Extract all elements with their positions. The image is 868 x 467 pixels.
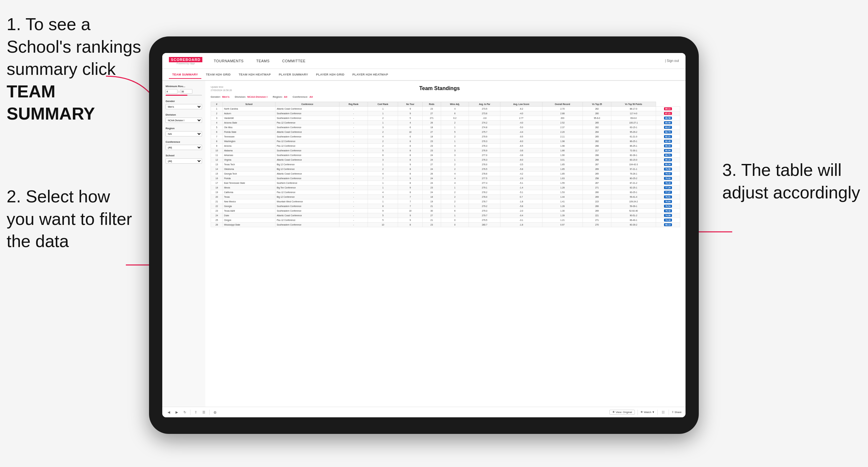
- main-content: Minimum Rou... - Gender Men's Women's: [162, 81, 685, 407]
- school-name-cell[interactable]: Duke: [222, 213, 275, 218]
- reload-btn[interactable]: ↻: [182, 410, 187, 415]
- school-name-cell[interactable]: Florida State: [222, 129, 275, 134]
- filters-display-row: Gender: Men's Division: NCAA Division I …: [211, 95, 680, 98]
- school-name-cell[interactable]: Tennessee: [222, 134, 275, 139]
- bookmark-btn[interactable]: ☰: [201, 410, 207, 415]
- school-name-cell[interactable]: Washington: [222, 139, 275, 144]
- school-name-cell[interactable]: Arizona State: [222, 120, 275, 125]
- clock-btn[interactable]: ◍: [212, 410, 218, 415]
- table-row: 22GeorgiaSoutheastern Conference-8721127…: [211, 204, 680, 208]
- conference-filter-display: Conference: All: [292, 95, 313, 98]
- tab-team-summary[interactable]: TEAM SUMMARY: [169, 71, 202, 79]
- school-name-cell[interactable]: East Tennessee State: [222, 181, 275, 185]
- tab-team-h2h-grid[interactable]: TEAM H2H GRID: [203, 71, 234, 78]
- instruction-2: 2. Select how you want to filter the dat…: [7, 185, 132, 253]
- table-row: 16FloridaSoutheastern Conference-7924427…: [211, 176, 680, 181]
- gender-select[interactable]: Men's Women's: [165, 104, 202, 109]
- col-conf-rank: Conf Rank: [368, 102, 398, 106]
- school-name-cell[interactable]: Illinois: [222, 185, 275, 190]
- grid-btn[interactable]: ☷: [660, 410, 666, 415]
- tab-player-h2h-grid[interactable]: PLAYER H2H GRID: [313, 71, 348, 78]
- toolbar-sep-3: [638, 410, 638, 415]
- table-row: 20TexasBig 12 Conference-37182278.00.71.…: [211, 194, 680, 199]
- table-row: 23Texas A&MSoutheastern Conference-91030…: [211, 208, 680, 213]
- region-select[interactable]: N/A All East West: [165, 131, 202, 136]
- school-name-cell[interactable]: Mississippi State: [222, 222, 275, 227]
- content-area: Update time: 27/03/2024 16:56:26 Team St…: [205, 81, 685, 407]
- step3-text: The table will adjust accordingly: [722, 160, 860, 202]
- school-name-cell[interactable]: Oklahoma: [222, 166, 275, 171]
- col-conference: Conference: [275, 102, 339, 106]
- nav-links: TOURNAMENTS TEAMS COMMITTEE: [212, 59, 665, 63]
- division-select[interactable]: NCAA Division I NCAA Division II NCAA Di…: [165, 118, 202, 123]
- school-name-cell[interactable]: Ole Miss: [222, 125, 275, 129]
- filter-min-input[interactable]: [165, 89, 178, 94]
- conference-select[interactable]: (All) Atlantic Coast Conference Southeas…: [165, 145, 202, 150]
- filter-division-label: Division: [165, 113, 202, 116]
- forward-btn[interactable]: ▶: [174, 410, 180, 415]
- school-name-cell[interactable]: Arkansas: [222, 153, 275, 157]
- instruction-1: 1. To see a School's rankings summary cl…: [7, 13, 146, 125]
- view-original-btn[interactable]: 👁 View: Original: [609, 410, 635, 415]
- step2-number: 2.: [7, 187, 21, 206]
- table-row: 9ArizonaPac-12 Conference-28234276.3-6.5…: [211, 144, 680, 148]
- table-row: 5Ole MissSoutheastern Conference-3618127…: [211, 125, 680, 129]
- table-row: 1North CarolinaAtlantic Coast Conference…: [211, 106, 680, 111]
- table-row: 19CaliforniaPac-12 Conference-48242278.2…: [211, 190, 680, 194]
- school-select[interactable]: (All): [165, 158, 202, 164]
- toolbar-sep-2: [209, 410, 210, 415]
- school-name-cell[interactable]: Auburn: [222, 111, 275, 116]
- content-header: Update time: 27/03/2024 16:56:26 Team St…: [211, 86, 680, 92]
- school-name-cell[interactable]: New Mexico: [222, 199, 275, 204]
- table-row: 13Texas TechBig 12 Conference-19272276.0…: [211, 162, 680, 166]
- top-nav: SCOREBOARD Powered by clippi TOURNAMENTS…: [162, 53, 685, 69]
- school-name-cell[interactable]: Texas A&M: [222, 208, 275, 213]
- col-rank: #: [211, 102, 223, 106]
- nav-tournaments[interactable]: TOURNAMENTS: [212, 59, 245, 63]
- tab-player-h2h-heatmap[interactable]: PLAYER H2H HEATMAP: [349, 71, 392, 78]
- filter-school-label: School: [165, 154, 202, 157]
- sign-out-button[interactable]: | Sign out: [665, 59, 679, 63]
- table-row: 7TennesseeSoutheastern Conference-461822…: [211, 134, 680, 139]
- school-name-cell[interactable]: Virginia: [222, 157, 275, 162]
- filter-gender: Gender Men's Women's: [165, 100, 202, 109]
- school-name-cell[interactable]: Alabama: [222, 148, 275, 153]
- school-name-cell[interactable]: Texas: [222, 194, 275, 199]
- col-rnds: Rnds: [423, 102, 441, 106]
- table-row: 6Florida StateAtlantic Coast Conference-…: [211, 129, 680, 134]
- toolbar-sep-5: [669, 410, 669, 415]
- school-name-cell[interactable]: Florida: [222, 176, 275, 181]
- filter-division: Division NCAA Division I NCAA Division I…: [165, 113, 202, 123]
- nav-teams[interactable]: TEAMS: [255, 59, 271, 63]
- toolbar-sep-4: [657, 410, 658, 415]
- share-btn[interactable]: ⇧ Share: [672, 411, 682, 414]
- school-name-cell[interactable]: Oregon: [222, 218, 275, 222]
- filter-max-input[interactable]: [181, 89, 192, 94]
- instruction-3: 3. The table will adjust accordingly: [722, 159, 861, 204]
- school-name-cell[interactable]: Vanderbilt: [222, 116, 275, 120]
- table-row: 14OklahomaBig 12 Conference-28242276.5-5…: [211, 166, 680, 171]
- tab-team-h2h-heatmap[interactable]: TEAM H2H HEATMAP: [236, 71, 274, 78]
- update-time: Update time: 27/03/2024 16:56:26: [211, 86, 232, 92]
- school-name-cell[interactable]: Texas Tech: [222, 162, 275, 166]
- range-slider: [165, 95, 202, 96]
- school-name-cell[interactable]: California: [222, 190, 275, 194]
- col-wins: Wins Adj.: [441, 102, 469, 106]
- school-name-cell[interactable]: Georgia: [222, 204, 275, 208]
- table-row: 26Mississippi StateSoutheastern Conferen…: [211, 222, 680, 227]
- tab-player-summary[interactable]: PLAYER SUMMARY: [276, 71, 312, 78]
- school-name-cell[interactable]: North Carolina: [222, 106, 275, 111]
- region-filter-display: Region: All: [273, 95, 287, 98]
- back-btn[interactable]: ◀: [166, 410, 172, 415]
- filter-conference: Conference (All) Atlantic Coast Conferen…: [165, 141, 202, 150]
- tablet-screen: SCOREBOARD Powered by clippi TOURNAMENTS…: [162, 53, 685, 417]
- watch-btn[interactable]: 👁 Watch ▼: [641, 411, 654, 414]
- table-row: 24DukeAtlantic Coast Conference-59271279…: [211, 213, 680, 218]
- col-avg-par: Avg. to Par: [469, 102, 500, 106]
- logo-sub: Powered by clippi: [177, 62, 195, 65]
- col-vs-top25: Vs Top 25: [583, 102, 611, 106]
- share-icon[interactable]: ⇧: [193, 410, 198, 415]
- nav-committee[interactable]: COMMITTEE: [281, 59, 307, 63]
- school-name-cell[interactable]: Arizona: [222, 144, 275, 148]
- school-name-cell[interactable]: Georgia Tech: [222, 171, 275, 176]
